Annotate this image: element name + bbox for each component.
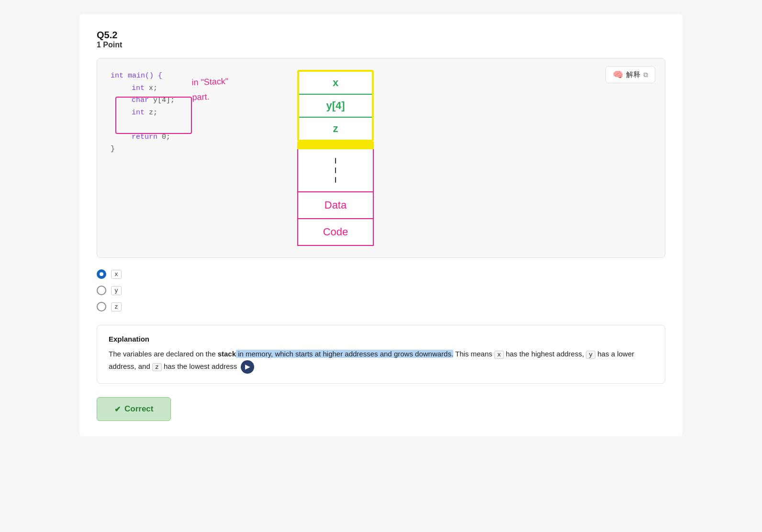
code-block: int main() { int x; char y[4]; int z; re… [111, 70, 264, 155]
question-points: 1 Point [97, 41, 665, 49]
explanation-title: Explanation [109, 335, 653, 343]
stack-cell-y: y[4] [299, 95, 372, 118]
code-line-4: int z; [111, 107, 264, 119]
question-header: Q5.2 1 Point [97, 30, 665, 49]
code-section: int main() { int x; char y[4]; int z; re… [111, 70, 264, 246]
exp-inline-z: z [152, 363, 162, 371]
annotation-line2: part. [192, 89, 229, 104]
option-label-y: y [111, 286, 122, 295]
options-section: x y z [97, 269, 665, 311]
option-item-x[interactable]: x [97, 269, 665, 279]
option-item-z[interactable]: z [97, 302, 665, 311]
code-line-5 [111, 119, 264, 131]
stack-cell-x: x [299, 72, 372, 95]
option-label-x: x [111, 270, 122, 279]
code-line-6: return 0; [111, 131, 264, 144]
dashed-line-3 [335, 177, 336, 183]
radio-z[interactable] [97, 302, 106, 311]
exp-highlight: in memory, which starts at higher addres… [236, 350, 453, 358]
exp-part1: The variables are declared on the [109, 350, 218, 358]
exp-inline-y: y [586, 351, 595, 359]
yellow-band [297, 142, 374, 149]
radio-y[interactable] [97, 286, 106, 295]
stack-cell-z: z [299, 118, 372, 140]
exp-part3: This means [453, 350, 494, 358]
page-container: Q5.2 1 Point int main() { int x; char y[… [79, 14, 683, 436]
code-line-2: int x; [111, 82, 264, 95]
question-body: int main() { int x; char y[4]; int z; re… [97, 58, 665, 258]
correct-label: Correct [124, 404, 153, 414]
info-button[interactable]: ▶ [241, 360, 254, 374]
code-line-7: } [111, 143, 264, 155]
option-item-y[interactable]: y [97, 286, 665, 295]
explanation-text: The variables are declared on the stack … [109, 348, 653, 374]
stack-top: x y[4] z [297, 70, 374, 142]
exp-part4: has the highest address, [504, 350, 586, 358]
dashed-line-1 [335, 158, 336, 164]
explain-label: 解释 [626, 70, 640, 79]
correct-button[interactable]: ✔ Correct [97, 397, 171, 421]
radio-x[interactable] [97, 269, 106, 279]
memory-diagram: x y[4] z Data Code [292, 70, 398, 246]
exp-inline-x: x [494, 351, 504, 359]
exp-bold-stack: stack [218, 350, 236, 358]
dashed-lines [298, 149, 373, 191]
annotation-stack: in "Stack" part. [191, 74, 229, 105]
exp-part6: has the lowest address [162, 362, 237, 370]
stack-data: Data [297, 192, 374, 219]
explanation-section: Explanation The variables are declared o… [97, 325, 665, 384]
code-line-1: int main() { [111, 72, 162, 80]
brain-icon: 🧠 [613, 69, 623, 80]
stack-middle [297, 149, 374, 192]
memory-diagram-section: x y[4] z Data Code [292, 70, 398, 246]
explain-button[interactable]: 🧠 解释 ⧉ [605, 66, 655, 83]
question-number: Q5.2 [97, 30, 665, 41]
copy-icon: ⧉ [643, 71, 648, 79]
dashed-line-2 [335, 167, 336, 173]
stack-code: Code [297, 219, 374, 246]
checkmark-icon: ✔ [114, 405, 121, 414]
code-line-3: char y[4]; [111, 94, 264, 107]
annotation-line1: in "Stack" [191, 74, 229, 90]
option-label-z: z [111, 302, 122, 311]
